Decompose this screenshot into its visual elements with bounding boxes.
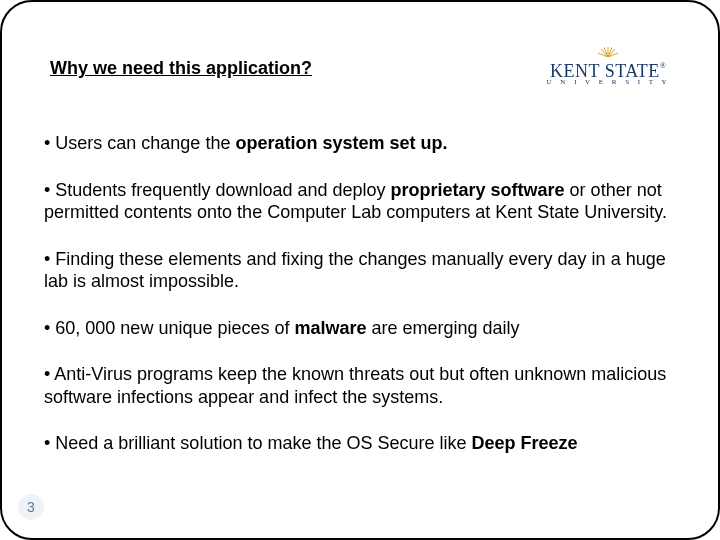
registered-icon: ® bbox=[660, 61, 667, 70]
bullet-text: are emerging daily bbox=[367, 318, 520, 338]
slide-frame: Why we need this application? KENT STATE… bbox=[0, 0, 720, 540]
bullet-bold: malware bbox=[294, 318, 366, 338]
bullet-text: • Need a brilliant solution to make the … bbox=[44, 433, 472, 453]
bullet-bold: proprietary software bbox=[391, 180, 565, 200]
bullet-text: • Anti-Virus programs keep the known thr… bbox=[44, 364, 666, 407]
bullet-item: • Users can change the operation system … bbox=[44, 132, 676, 155]
bullet-bold: Deep Freeze bbox=[472, 433, 578, 453]
bullet-text: • Finding these elements and fixing the … bbox=[44, 249, 666, 292]
logo-sub-text: U N I V E R S I T Y bbox=[547, 79, 670, 86]
bullet-item: • Need a brilliant solution to make the … bbox=[44, 432, 676, 455]
bullet-item: • 60, 000 new unique pieces of malware a… bbox=[44, 317, 676, 340]
bullet-text: • 60, 000 new unique pieces of bbox=[44, 318, 294, 338]
bullet-item: • Finding these elements and fixing the … bbox=[44, 248, 676, 293]
bullet-item: • Students frequently download and deplo… bbox=[44, 179, 676, 224]
bullet-text: • Students frequently download and deplo… bbox=[44, 180, 391, 200]
slide-title: Why we need this application? bbox=[50, 58, 312, 79]
page-number: 3 bbox=[18, 494, 44, 520]
slide-body: • Users can change the operation system … bbox=[44, 132, 676, 455]
bullet-text: • Users can change the bbox=[44, 133, 235, 153]
university-logo: KENT STATE® U N I V E R S I T Y bbox=[547, 44, 670, 86]
bullet-bold: operation system set up. bbox=[235, 133, 447, 153]
sunburst-icon bbox=[598, 44, 618, 60]
bullet-item: • Anti-Virus programs keep the known thr… bbox=[44, 363, 676, 408]
